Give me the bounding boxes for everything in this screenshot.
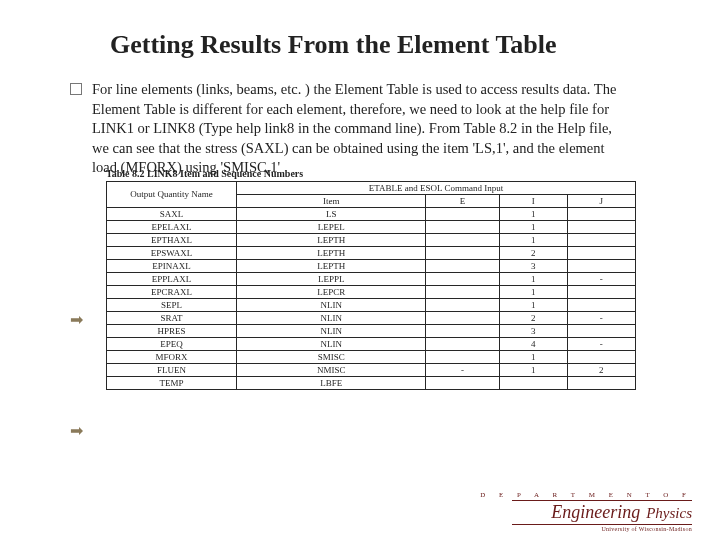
cell xyxy=(567,246,635,259)
cell: HPRES xyxy=(107,324,237,337)
cell xyxy=(499,376,567,389)
cell: 2 xyxy=(567,363,635,376)
th-e: E xyxy=(426,194,499,207)
cell: NLIN xyxy=(237,324,426,337)
cell xyxy=(426,337,499,350)
cell: 1 xyxy=(499,298,567,311)
cell: SMISC xyxy=(237,350,426,363)
cell: 3 xyxy=(499,259,567,272)
cell xyxy=(426,272,499,285)
table-row: SAXLLS1 xyxy=(107,207,636,220)
cell: LEPPL xyxy=(237,272,426,285)
cell xyxy=(426,376,499,389)
th-output-name: Output Quantity Name xyxy=(107,181,237,207)
cell: SEPL xyxy=(107,298,237,311)
table-row: MFORXSMISC1 xyxy=(107,350,636,363)
cell: EPSWAXL xyxy=(107,246,237,259)
cell xyxy=(567,233,635,246)
cell: 2 xyxy=(499,246,567,259)
footer: D E P A R T M E N T O F Engineering Phys… xyxy=(480,491,692,532)
table-row: EPCRAXLLEPCR1 xyxy=(107,285,636,298)
cell: 3 xyxy=(499,324,567,337)
body-text: For line elements (links, beams, etc. ) … xyxy=(92,80,632,178)
cell xyxy=(426,246,499,259)
cell xyxy=(426,324,499,337)
cell: 4 xyxy=(499,337,567,350)
cell: LBFE xyxy=(237,376,426,389)
cell: EPEQ xyxy=(107,337,237,350)
cell xyxy=(426,207,499,220)
cell: LEPTH xyxy=(237,233,426,246)
cell: 1 xyxy=(499,363,567,376)
cell xyxy=(567,285,635,298)
table-row: EPEQNLIN4- xyxy=(107,337,636,350)
cell: 1 xyxy=(499,272,567,285)
link8-table: Output Quantity Name ETABLE and ESOL Com… xyxy=(106,181,636,390)
university-line: University of Wisconsin-Madison xyxy=(480,526,692,532)
cell: - xyxy=(567,337,635,350)
table-row: EPPLAXLLEPPL1- xyxy=(107,272,636,285)
cell: LEPTH xyxy=(237,246,426,259)
divider xyxy=(512,524,692,525)
table-row: TEMPLBFE xyxy=(107,376,636,389)
cell: EPCRAXL xyxy=(107,285,237,298)
cell: SAXL xyxy=(107,207,237,220)
cell: LEPTH xyxy=(237,259,426,272)
cell: 1 xyxy=(499,285,567,298)
cell: 1 xyxy=(499,220,567,233)
cell: LS xyxy=(237,207,426,220)
cell xyxy=(426,311,499,324)
body-row: For line elements (links, beams, etc. ) … xyxy=(70,80,670,178)
cell xyxy=(567,376,635,389)
table-row: EPELAXLLEPEL1 xyxy=(107,220,636,233)
logo-line: Engineering Physics xyxy=(480,502,692,523)
table-row: SRATNLIN2- xyxy=(107,311,636,324)
cell xyxy=(426,285,499,298)
cell: LEPCR xyxy=(237,285,426,298)
cell: TEMP xyxy=(107,376,237,389)
table-wrap: Table 8.2 LINK8 Item and Sequence Number… xyxy=(106,168,670,390)
arrow-icon xyxy=(70,421,83,440)
table-row: EPINAXLLEPTH3 xyxy=(107,259,636,272)
table-caption: Table 8.2 LINK8 Item and Sequence Number… xyxy=(106,168,670,179)
cell: NLIN xyxy=(237,298,426,311)
cell: FLUEN xyxy=(107,363,237,376)
th-j: J xyxy=(567,194,635,207)
arrow-icon xyxy=(70,310,83,329)
slide-title: Getting Results From the Element Table xyxy=(110,30,670,60)
cell: NLIN xyxy=(237,337,426,350)
cell: LEPEL xyxy=(237,220,426,233)
logo-engineering: Engineering xyxy=(551,502,640,523)
table-row: EPSWAXLLEPTH2 xyxy=(107,246,636,259)
cell: EPTHAXL xyxy=(107,233,237,246)
table-row: FLUENNMISC-12 xyxy=(107,363,636,376)
logo-physics: Physics xyxy=(646,505,692,522)
cell xyxy=(567,220,635,233)
dept-line: D E P A R T M E N T O F xyxy=(480,491,692,498)
th-i: I xyxy=(499,194,567,207)
cell xyxy=(426,259,499,272)
cell xyxy=(426,233,499,246)
cell: NLIN xyxy=(237,311,426,324)
cell: - xyxy=(567,311,635,324)
cell: EPPLAXL xyxy=(107,272,237,285)
cell xyxy=(567,324,635,337)
cell xyxy=(567,207,635,220)
cell: MFORX xyxy=(107,350,237,363)
cell: 2 xyxy=(499,311,567,324)
cell xyxy=(426,220,499,233)
cell xyxy=(567,350,635,363)
table-row: EPTHAXLLEPTH1 xyxy=(107,233,636,246)
cell xyxy=(567,298,635,311)
cell: SRAT xyxy=(107,311,237,324)
cell: EPELAXL xyxy=(107,220,237,233)
th-command-input: ETABLE and ESOL Command Input xyxy=(237,181,636,194)
cell: - xyxy=(426,363,499,376)
table-row: HPRESNLIN3 xyxy=(107,324,636,337)
cell: NMISC xyxy=(237,363,426,376)
cell xyxy=(426,350,499,363)
cell xyxy=(567,259,635,272)
th-item: Item xyxy=(237,194,426,207)
slide: Getting Results From the Element Table F… xyxy=(0,0,720,540)
divider xyxy=(512,500,692,501)
